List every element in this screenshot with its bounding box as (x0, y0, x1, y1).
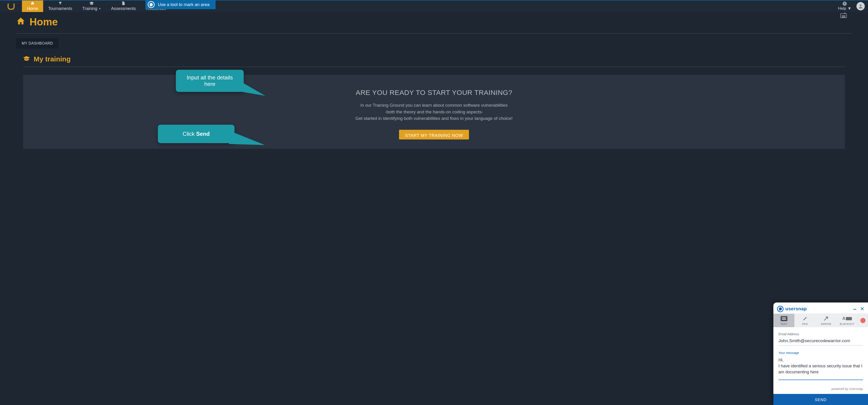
record-icon (860, 318, 865, 323)
training-headline: ARE YOU READY TO START YOUR TRAINING? (32, 89, 836, 96)
training-body: In our Training Ground you can learn abo… (32, 102, 836, 122)
training-panel: ARE YOU READY TO START YOUR TRAINING? In… (23, 75, 845, 149)
graduation-icon (89, 1, 94, 6)
annotation-text: Input all the details (187, 74, 233, 81)
annotation-bubble-send: Click Send (158, 125, 235, 143)
home-icon (30, 1, 35, 6)
help-label: Help (838, 6, 846, 11)
usersnap-logo-icon (148, 1, 155, 8)
chevron-down-icon: ▼ (98, 7, 101, 10)
email-input[interactable] (778, 337, 863, 345)
document-icon (122, 1, 125, 6)
usersnap-brand-text: usersnap (785, 306, 807, 312)
nav-label: Assessments (111, 6, 136, 11)
annotation-text-bold: Send (196, 131, 210, 137)
usersnap-logo: usersnap (777, 306, 807, 312)
message-label: Your message (778, 351, 863, 355)
usersnap-toolbar: TEXT PEN ARROW A BLACKOUT (773, 314, 868, 327)
page-title-text: Home (30, 16, 58, 28)
nav-label: Tournaments (48, 6, 72, 11)
home-icon (16, 17, 25, 27)
tool-text[interactable]: TEXT (773, 314, 795, 327)
tool-pen[interactable]: PEN (795, 314, 815, 327)
text-tool-icon (780, 316, 787, 321)
nav-help[interactable]: ? Help▼ (835, 2, 854, 11)
chevron-down-icon: ▼ (847, 6, 851, 11)
page-title: Home (16, 16, 852, 28)
blackout-tool-icon: A (842, 316, 852, 321)
tool-record[interactable] (858, 314, 868, 327)
annotation-bubble-details: Input all the details here (176, 70, 244, 92)
message-textarea[interactable] (778, 356, 863, 380)
top-nav: Home Tournaments Training▼ Assessments R… (0, 0, 868, 12)
close-button[interactable]: ✕ (860, 306, 864, 312)
tab-my-dashboard[interactable]: MY DASHBOARD (16, 38, 59, 49)
start-training-button[interactable]: START MY TRAINING NOW (399, 130, 469, 140)
svg-point-0 (860, 4, 862, 6)
tool-banner-text: Use a tool to mark an area (158, 2, 210, 7)
nav-assessments[interactable]: Assessments (106, 0, 141, 12)
training-line: -both the theory and the hands-on coding… (32, 109, 836, 115)
question-icon: ? (843, 2, 847, 6)
nav-home[interactable]: Home (22, 0, 43, 12)
page-body: Home MY DASHBOARD My training ARE YOU RE… (0, 12, 868, 405)
section-title-text: My training (34, 55, 71, 63)
tool-label: TEXT (780, 323, 787, 325)
arrow-tool-icon (824, 316, 829, 321)
tab-row: MY DASHBOARD (16, 38, 852, 49)
nav-label: Training (83, 6, 97, 11)
trophy-icon (58, 1, 62, 6)
tool-label: ARROW (821, 323, 831, 325)
nav-tournaments[interactable]: Tournaments (43, 0, 77, 12)
annotation-text: Click (183, 131, 196, 137)
user-avatar[interactable] (857, 2, 865, 10)
usersnap-logo-icon (777, 306, 783, 312)
divider (23, 67, 845, 67)
training-line: In our Training Ground you can learn abo… (32, 102, 836, 109)
nav-training[interactable]: Training▼ (77, 0, 106, 12)
usersnap-tool-banner: Use a tool to mark an area (146, 0, 216, 9)
tool-label: PEN (802, 323, 808, 325)
section-my-training: My training ARE YOU READY TO START YOUR … (16, 55, 852, 149)
tool-blackout[interactable]: A BLACKOUT (837, 314, 858, 327)
send-button[interactable]: SEND (773, 394, 868, 405)
tool-label: BLACKOUT (840, 323, 855, 325)
email-label: Email Address (778, 332, 863, 336)
training-line: Get started in identifying both vulnerab… (32, 115, 836, 122)
brand-logo[interactable] (0, 0, 22, 12)
usersnap-panel: usersnap – ✕ TEXT PEN ARROW A BLA (773, 302, 868, 405)
powered-by-text: powered by Usersnap (773, 383, 868, 394)
tool-arrow[interactable]: ARROW (816, 314, 837, 327)
shield-logo-icon (8, 3, 14, 10)
pen-tool-icon (803, 316, 807, 321)
graduation-icon (23, 56, 30, 63)
annotation-text: here (183, 81, 237, 87)
nav-label: Home (27, 6, 38, 11)
minimize-button[interactable]: – (853, 308, 857, 310)
keyboard-chip-icon[interactable] (840, 13, 847, 18)
